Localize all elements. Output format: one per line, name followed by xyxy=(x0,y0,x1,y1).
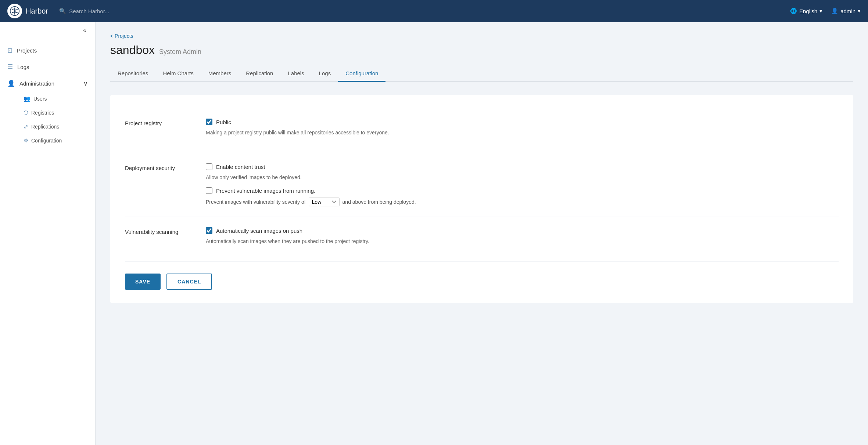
cancel-button[interactable]: CANCEL xyxy=(166,274,212,290)
users-icon: 👥 xyxy=(24,95,31,102)
content-trust-helper: Allow only verified images to be deploye… xyxy=(206,174,839,181)
globe-icon: 🌐 xyxy=(790,8,797,14)
auto-scan-helper: Automatically scan images when they are … xyxy=(206,238,839,245)
tab-members[interactable]: Members xyxy=(201,66,239,82)
header: Harbor 🔍 🌐 English ▾ 👤 admin ▾ xyxy=(0,0,868,22)
content-trust-checkbox-row: Enable content trust xyxy=(206,163,839,170)
deployment-security-row: Deployment security Enable content trust… xyxy=(125,153,839,217)
sidebar-item-users[interactable]: 👥 Users xyxy=(18,92,95,106)
tab-repositories[interactable]: Repositories xyxy=(110,66,155,82)
public-checkbox-label[interactable]: Public xyxy=(216,119,231,125)
project-registry-row: Project registry Public Making a project… xyxy=(125,108,839,153)
config-section: Project registry Public Making a project… xyxy=(110,95,853,303)
configuration-label: Configuration xyxy=(31,138,62,144)
breadcrumb[interactable]: < Projects xyxy=(110,33,853,39)
sidebar: « ⊡ Projects ☰ Logs 👤 Administration ∨ 👥 xyxy=(0,22,96,445)
admin-sub-menu: 👥 Users ⬡ Registries ⤢ Replications ⚙ Co… xyxy=(0,92,95,148)
public-checkbox-row: Public xyxy=(206,119,839,125)
public-checkbox[interactable] xyxy=(206,119,212,125)
deployment-security-label: Deployment security xyxy=(125,163,206,206)
admin-icon: 👤 xyxy=(7,80,15,87)
sidebar-item-label: Logs xyxy=(17,64,29,70)
severity-select[interactable]: None Low Medium High Critical xyxy=(309,198,340,206)
project-title-row: sandbox System Admin xyxy=(110,43,853,57)
admin-label-group: 👤 Administration xyxy=(7,80,54,87)
replications-label: Replications xyxy=(31,124,59,130)
auto-scan-checkbox-row: Automatically scan images on push xyxy=(206,227,839,234)
tab-helm-charts[interactable]: Helm Charts xyxy=(155,66,201,82)
chevron-down-icon: ▾ xyxy=(819,8,822,14)
tab-replication[interactable]: Replication xyxy=(238,66,280,82)
button-row: SAVE CANCEL xyxy=(125,274,839,290)
projects-icon: ⊡ xyxy=(7,47,12,54)
language-selector[interactable]: 🌐 English ▾ xyxy=(790,8,822,14)
vulnerable-images-label[interactable]: Prevent vulnerable images from running. xyxy=(216,188,315,194)
content-trust-checkbox[interactable] xyxy=(206,163,212,170)
vulnerability-scanning-label: Vulnerability scanning xyxy=(125,227,206,251)
save-button[interactable]: SAVE xyxy=(125,274,161,290)
header-right: 🌐 English ▾ 👤 admin ▾ xyxy=(790,8,861,14)
content-trust-label[interactable]: Enable content trust xyxy=(216,164,265,170)
sidebar-collapse: « xyxy=(0,22,95,39)
user-label: admin xyxy=(840,8,856,14)
user-menu[interactable]: 👤 admin ▾ xyxy=(831,8,861,14)
chevron-down-icon: ▾ xyxy=(858,8,861,14)
tab-configuration[interactable]: Configuration xyxy=(338,66,385,82)
auto-scan-checkbox[interactable] xyxy=(206,227,212,234)
search-icon: 🔍 xyxy=(59,8,66,14)
sidebar-item-registries[interactable]: ⬡ Registries xyxy=(18,106,95,120)
project-registry-content: Public Making a project registry public … xyxy=(206,119,839,142)
logo: Harbor xyxy=(7,4,48,18)
admin-label: Administration xyxy=(19,80,54,87)
users-label: Users xyxy=(33,96,47,102)
registries-label: Registries xyxy=(31,110,54,116)
search-bar[interactable]: 🔍 xyxy=(59,8,243,14)
main-content: < Projects sandbox System Admin Reposito… xyxy=(96,22,868,445)
tabs: Repositories Helm Charts Members Replica… xyxy=(110,66,853,82)
language-label: English xyxy=(799,8,817,14)
project-registry-helper: Making a project registry public will ma… xyxy=(206,129,839,137)
project-registry-label: Project registry xyxy=(125,119,206,142)
auto-scan-label[interactable]: Automatically scan images on push xyxy=(216,228,302,234)
deployment-security-content: Enable content trust Allow only verified… xyxy=(206,163,839,206)
sidebar-item-administration[interactable]: 👤 Administration ∨ xyxy=(0,75,95,92)
sidebar-item-logs[interactable]: ☰ Logs xyxy=(0,59,95,75)
sidebar-item-projects[interactable]: ⊡ Projects xyxy=(0,42,95,59)
vulnerable-images-checkbox-row: Prevent vulnerable images from running. xyxy=(206,187,839,194)
search-input[interactable] xyxy=(69,8,243,14)
collapse-button[interactable]: « xyxy=(80,26,89,35)
vuln-prefix: Prevent images with vulnerability severi… xyxy=(206,199,306,205)
project-name: sandbox xyxy=(110,43,155,57)
layout: « ⊡ Projects ☰ Logs 👤 Administration ∨ 👥 xyxy=(0,22,868,445)
sidebar-item-label: Projects xyxy=(17,47,37,54)
replications-icon: ⤢ xyxy=(24,123,28,130)
vulnerability-severity-row: Prevent images with vulnerability severi… xyxy=(206,198,839,206)
registries-icon: ⬡ xyxy=(24,109,28,116)
config-icon: ⚙ xyxy=(24,137,28,144)
sidebar-item-replications[interactable]: ⤢ Replications xyxy=(18,120,95,134)
vulnerability-scanning-content: Automatically scan images on push Automa… xyxy=(206,227,839,251)
vulnerable-images-checkbox[interactable] xyxy=(206,187,212,194)
logo-icon xyxy=(7,4,22,18)
tab-labels[interactable]: Labels xyxy=(280,66,311,82)
vuln-suffix: and above from being deployed. xyxy=(342,199,416,205)
logs-icon: ☰ xyxy=(7,63,13,71)
sidebar-nav: ⊡ Projects ☰ Logs 👤 Administration ∨ 👥 U… xyxy=(0,39,95,151)
expand-icon: ∨ xyxy=(83,80,88,87)
sidebar-item-configuration[interactable]: ⚙ Configuration xyxy=(18,134,95,148)
user-icon: 👤 xyxy=(831,8,838,14)
vulnerability-scanning-row: Vulnerability scanning Automatically sca… xyxy=(125,217,839,262)
project-role: System Admin xyxy=(159,48,201,56)
svg-point-1 xyxy=(14,10,15,12)
app-title: Harbor xyxy=(26,7,48,15)
tab-logs[interactable]: Logs xyxy=(312,66,338,82)
